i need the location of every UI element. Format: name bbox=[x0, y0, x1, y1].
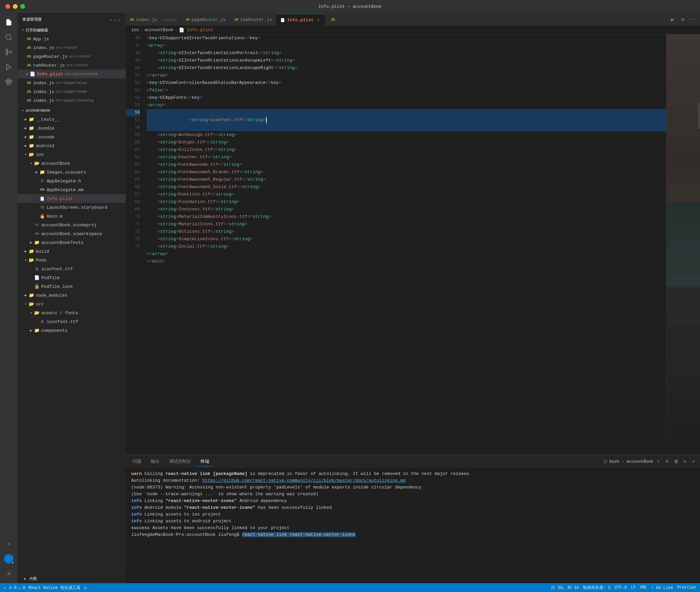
file-main-m[interactable]: 🔥 main.m bbox=[18, 212, 126, 221]
code-content[interactable]: <key>UISupportedInterfaceOrientations</k… bbox=[143, 35, 666, 455]
autolinking-link[interactable]: https://github.com/react-native-communit… bbox=[203, 478, 406, 483]
folder-bundle[interactable]: ▶ 📁 .bundle bbox=[18, 124, 126, 133]
account-icon[interactable]: 👤 1 bbox=[2, 552, 16, 566]
folder-components[interactable]: ▶ 📁 components bbox=[18, 326, 126, 335]
open-file-index-loading[interactable]: JS index.js src/pages/loading bbox=[18, 96, 126, 105]
scroll-indicator[interactable] bbox=[698, 102, 700, 129]
file-podfile-lock[interactable]: 🔒 Podfile.lock bbox=[18, 282, 126, 291]
rn-status[interactable]: React Native 包生成工具 bbox=[29, 585, 81, 591]
breadcrumb-accountbook[interactable]: accountBook bbox=[144, 27, 173, 32]
tab-label: 调试控制台 bbox=[169, 458, 191, 464]
remote-status[interactable]: ⌁ bbox=[3, 585, 6, 590]
folder-images-xcassets[interactable]: ▶ 📁 Images.xcassets bbox=[18, 168, 126, 177]
folder-src[interactable]: ▾ 📂 src bbox=[18, 300, 126, 309]
file-iconfont-ttf-pods[interactable]: A iconfont.ttf bbox=[18, 265, 126, 273]
open-file-info-plist[interactable]: ✕ 📄 Info.plist ios/accountBook bbox=[18, 70, 126, 78]
remote-icon: ⌁ bbox=[3, 585, 6, 590]
search-icon[interactable] bbox=[2, 30, 16, 44]
sidebar-menu[interactable]: ... bbox=[109, 16, 121, 22]
files-icon[interactable] bbox=[2, 16, 16, 29]
folder-node-modules[interactable]: ▶ 📁 node_modules bbox=[18, 291, 126, 300]
panel-tab-problems[interactable]: 问题 bbox=[129, 456, 145, 466]
close-panel-button[interactable]: ✕ bbox=[690, 458, 697, 465]
language-mode[interactable]: XML bbox=[640, 585, 647, 590]
panel-tab-debug[interactable]: 调试控制台 bbox=[165, 456, 195, 466]
file-xcworkspace[interactable]: XW accountBook.xcworkspace bbox=[18, 229, 126, 238]
breadcrumb-ios[interactable]: ios bbox=[131, 27, 139, 32]
code-line-66: <string>Foundation.ttf</string> bbox=[147, 198, 666, 206]
folder-build[interactable]: ▶ 📁 build bbox=[18, 247, 126, 256]
go-live[interactable]: ⚡ Go Live bbox=[651, 585, 673, 590]
extensions-icon[interactable] bbox=[2, 75, 16, 89]
open-file-app-js[interactable]: JS App.js bbox=[18, 35, 126, 43]
tab-js-extra[interactable]: JS bbox=[327, 14, 339, 26]
sync-status[interactable]: ↺ bbox=[84, 585, 86, 590]
titlebar: Info.plist — accountBook bbox=[0, 0, 700, 13]
open-file-page-router[interactable]: JS pageRouter.js src/router bbox=[18, 52, 126, 61]
folder-accountbooktests[interactable]: ▶ 📁 accountBookTests bbox=[18, 238, 126, 247]
file-podfile[interactable]: 📄 Podfile bbox=[18, 273, 126, 282]
source-control-icon[interactable] bbox=[2, 45, 16, 59]
folder-icon: 📂 bbox=[28, 301, 34, 307]
tab-index-js[interactable]: JS index.js …/router bbox=[126, 14, 181, 26]
new-terminal-button[interactable]: + bbox=[655, 458, 662, 465]
maximize-panel-button[interactable]: ∧ bbox=[681, 458, 689, 465]
tab-page-router[interactable]: JS pageRouter.js bbox=[181, 14, 230, 26]
prettier[interactable]: Prettier bbox=[677, 585, 697, 590]
open-file-index-home[interactable]: JS index.js src/pages/home bbox=[18, 87, 126, 96]
folder-ios[interactable]: ▾ 📂 ios bbox=[18, 150, 126, 159]
minimize-button[interactable] bbox=[13, 4, 18, 9]
line-ending[interactable]: LF bbox=[631, 585, 636, 590]
debug-icon[interactable] bbox=[2, 60, 16, 74]
file-launchscreen[interactable]: SB LaunchScreen.storyboard bbox=[18, 203, 126, 212]
folder-name: Images.xcassets bbox=[47, 170, 86, 175]
folder-name: __tests__ bbox=[36, 117, 60, 122]
outline-section[interactable]: ▶ 大纲 bbox=[18, 574, 126, 583]
terminal-content[interactable]: warn Calling react-native link [packageN… bbox=[126, 468, 700, 583]
file-appdelegate-h[interactable]: H AppDelegate.h bbox=[18, 177, 126, 185]
open-editors-section[interactable]: ▾ 打开的编辑器 bbox=[18, 26, 126, 35]
filename: main.m bbox=[47, 214, 63, 219]
file-iconfont-ttf-assets[interactable]: A iconfont.ttf bbox=[18, 317, 126, 326]
file-appdelegate-mm[interactable]: MM AppDelegate.mm bbox=[18, 185, 126, 194]
tab-close-button[interactable]: ✕ bbox=[316, 17, 321, 23]
more-button[interactable]: ··· bbox=[689, 15, 697, 24]
folder-android[interactable]: ▶ 📁 android bbox=[18, 141, 126, 150]
close-button[interactable] bbox=[5, 4, 10, 9]
tab-tab-router[interactable]: JS tabRouter.js bbox=[230, 14, 277, 26]
settings-icon[interactable] bbox=[2, 567, 16, 580]
errors-status[interactable]: ⊘ 0 ⚠ 0 bbox=[9, 585, 25, 590]
split-editor-button[interactable]: ⊟ bbox=[678, 15, 687, 24]
open-file-index-mine[interactable]: JS index.js src/pages/mine bbox=[18, 78, 126, 87]
folder-assets-fonts[interactable]: ▾ 📂 assets / fonts bbox=[18, 309, 126, 317]
open-file-index-router[interactable]: JS index.js src/router bbox=[18, 43, 126, 52]
folder-vscode[interactable]: ▶ 📁 .vscode bbox=[18, 133, 126, 141]
encoding[interactable]: UTF-8 bbox=[615, 585, 627, 590]
folder-pods[interactable]: ▾ 📂 Pods bbox=[18, 256, 126, 265]
split-terminal-button[interactable]: ⊟ bbox=[663, 458, 671, 465]
folder-tests[interactable]: ▶ 📁 __tests__ bbox=[18, 115, 126, 124]
breadcrumb-file[interactable]: 📄 Info.plist bbox=[179, 27, 213, 33]
tab-size[interactable]: 制表符长度: 2 bbox=[583, 585, 611, 591]
project-section[interactable]: ▾ ACCOUNTBOOK bbox=[18, 106, 126, 115]
file-xcodeproj[interactable]: XC accountBook.xcodeproj bbox=[18, 221, 126, 229]
folder-name: build bbox=[36, 249, 49, 254]
js-icon: JS bbox=[26, 62, 32, 68]
run-button[interactable]: ▶ bbox=[668, 15, 677, 24]
trash-button[interactable]: 🗑 bbox=[672, 458, 680, 465]
remote-icon[interactable]: ⌁ bbox=[2, 537, 16, 551]
panel-tab-terminal[interactable]: 终端 bbox=[196, 456, 213, 466]
code-line-55: <array> bbox=[147, 101, 666, 109]
window-controls bbox=[5, 4, 25, 9]
close-button[interactable]: ✕ bbox=[26, 72, 28, 76]
code-line-50: <string>UIInterfaceOrientationLandscapeR… bbox=[147, 64, 666, 72]
code-line-69: <string>MaterialIcons.ttf</string> bbox=[147, 221, 666, 228]
js-icon: JS bbox=[26, 53, 32, 60]
folder-accountbook[interactable]: ▾ 📂 accountBook bbox=[18, 159, 126, 168]
panel-tab-output[interactable]: 输出 bbox=[147, 456, 164, 466]
cursor-position[interactable]: 行 56, 列 34 bbox=[551, 585, 579, 591]
maximize-button[interactable] bbox=[20, 4, 25, 9]
open-file-tab-router[interactable]: JS tabRouter.js src/router bbox=[18, 61, 126, 70]
file-info-plist[interactable]: 📄 Info.plist bbox=[18, 194, 126, 203]
tab-info-plist[interactable]: 📄 Info.plist ✕ bbox=[276, 14, 325, 26]
